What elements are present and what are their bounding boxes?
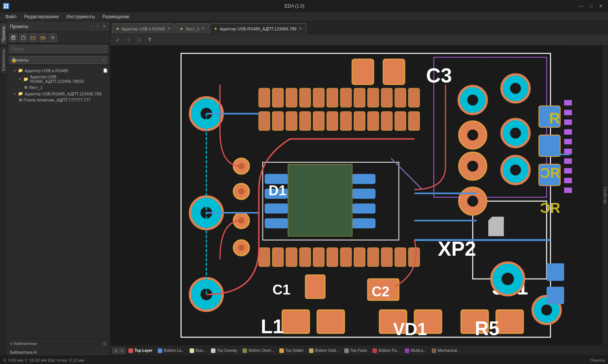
menu-edit[interactable]: Редактирование <box>21 13 63 20</box>
svg-rect-68 <box>300 248 311 266</box>
svg-rect-74 <box>382 248 393 266</box>
layer-color-topoverlay <box>211 348 215 353</box>
project-tree: ▾ 📁 Адаптер USB в RS485 📄 ▾ 📁 Адаптер US… <box>7 66 110 338</box>
maximize-button[interactable]: □ <box>587 2 595 10</box>
menu-file[interactable]: Файл <box>2 13 21 20</box>
layer-board[interactable]: Boa... <box>187 348 208 353</box>
properties-tab[interactable]: Свойства <box>602 185 608 205</box>
menu-bar: Файл Редактирование Инструменты Размещен… <box>0 12 608 21</box>
svg-rect-104 <box>546 263 564 281</box>
sidebar-tab-components[interactable]: Компоненты <box>0 46 7 74</box>
layer-bottom[interactable]: Bottom La... <box>155 348 187 353</box>
tree-item-adapter-rs485-full[interactable]: ▾ 📁 Адаптер USB-RS485_АДПТ.123456.78933 <box>7 74 110 84</box>
layer-top-paste[interactable]: Top Paste <box>342 348 369 353</box>
toolbar-text-btn[interactable]: T <box>145 35 154 44</box>
svg-point-64 <box>238 245 244 251</box>
library-item-a[interactable]: Библиотека А <box>7 349 110 356</box>
svg-point-84 <box>467 95 478 106</box>
tree-expand-icon-2: ▾ <box>19 77 21 81</box>
projects-header: Проекты − □ ✕ <box>7 21 110 32</box>
tab-list1[interactable]: ★ Лист_1 ✕ <box>176 23 209 34</box>
tree-item-pcb[interactable]: Плата печатная_АДПТ.777777.777 <box>7 97 110 103</box>
side-tabs-left: Проекты Компоненты <box>0 21 7 356</box>
folder-icon-3: 📁 <box>18 91 23 96</box>
layer-top-overlay[interactable]: Top Overlay <box>209 348 239 353</box>
status-panels[interactable]: Панели <box>591 358 605 362</box>
layer-top-solder[interactable]: Top Solder <box>277 348 306 353</box>
svg-rect-65 <box>259 248 270 266</box>
libraries-settings-icon[interactable]: ⊕ <box>103 341 107 347</box>
svg-rect-54 <box>352 218 375 228</box>
panel-minimize-icon[interactable]: − <box>89 24 93 29</box>
tree-label-pcb: Плата печатная_АДПТ.777777.777 <box>24 98 91 102</box>
panel-restore-icon[interactable]: □ <box>95 24 100 29</box>
save-project-button[interactable] <box>9 33 17 42</box>
svg-rect-37 <box>286 112 297 130</box>
menu-place[interactable]: Размещение <box>99 13 133 20</box>
toolbar-circle-btn[interactable]: ○ <box>124 35 133 44</box>
svg-rect-122 <box>564 168 572 173</box>
new-folder-button[interactable] <box>29 33 37 42</box>
tree-item-adapter-usb[interactable]: ▾ 📁 Адаптер USB в RS485 📄 <box>7 67 110 74</box>
close-button[interactable]: ✕ <box>597 2 605 10</box>
layer-color-mechanical <box>432 348 436 353</box>
toolbar-rect-btn[interactable]: □ <box>135 35 144 44</box>
title-bar: EDA (1.0) — □ ✕ <box>0 0 608 12</box>
layer-scroll-right[interactable]: ► <box>119 348 125 354</box>
svg-rect-132 <box>496 310 523 333</box>
pcb-viewport: C3 <box>110 46 602 345</box>
panel-close-icon[interactable]: ✕ <box>102 24 107 29</box>
tab-close-3[interactable]: ✕ <box>299 26 302 31</box>
tree-item-list1[interactable]: Лист_1 <box>7 84 110 90</box>
tree-item-adapter2[interactable]: ▾ 📁 Адаптер USB-RS485_АДПТ.123456.789 <box>7 90 110 97</box>
app-icon <box>3 3 9 9</box>
settings-button[interactable]: ⚙ <box>49 33 57 42</box>
layer-bottom-paste[interactable]: Bottom Pa... <box>370 348 402 353</box>
svg-rect-73 <box>368 248 379 266</box>
layer-top[interactable]: Top Layer <box>126 348 155 353</box>
tab-close-2[interactable]: ✕ <box>201 26 205 31</box>
svg-rect-53 <box>352 203 375 214</box>
svg-text:ЯС: ЯС <box>540 165 560 181</box>
svg-rect-23 <box>259 89 270 107</box>
sidebar-tab-projects[interactable]: Проекты <box>0 23 7 45</box>
tree-label-adapter2: Адаптер USB-RS485_АДПТ.123456.789 <box>25 92 101 96</box>
folder-dropdown[interactable]: Проекты <box>9 56 108 64</box>
menu-tools[interactable]: Инструменты <box>63 13 99 20</box>
layer-name-multi: MultiLa... <box>411 348 426 353</box>
open-folder-button[interactable] <box>39 33 47 42</box>
tab-adapter-usb[interactable]: ★ Адаптер USB в RS485 ✕ <box>112 23 175 34</box>
svg-rect-43 <box>368 112 379 130</box>
layer-scroll-left[interactable]: ◄ <box>112 348 119 354</box>
layer-multi[interactable]: MultiLa... <box>402 348 429 353</box>
header-icons: − □ ✕ <box>89 24 107 29</box>
search-input[interactable] <box>9 45 108 53</box>
svg-rect-119 <box>564 139 572 144</box>
layer-color-bottomoverlay <box>242 348 247 353</box>
svg-rect-72 <box>354 248 365 266</box>
layer-color-bottomsolder <box>309 348 314 353</box>
layer-bottom-overlay[interactable]: Bottom Overl... <box>240 348 276 353</box>
scroll-right[interactable]: Свойства <box>602 46 608 345</box>
svg-rect-124 <box>564 188 572 193</box>
layer-bottom-solder[interactable]: Bottom Sold... <box>307 348 341 353</box>
layer-mechanical[interactable]: Mechanical... <box>429 348 462 353</box>
svg-rect-29 <box>340 89 352 107</box>
svg-rect-36 <box>272 112 283 130</box>
pcb-canvas[interactable]: C3 <box>110 46 602 345</box>
svg-point-90 <box>467 196 478 207</box>
svg-rect-69 <box>313 248 324 266</box>
tab-adapter-rs485[interactable]: ★ Адаптер USB-RS485_АДПТ.123456.789 ✕ <box>210 23 306 34</box>
svg-rect-34 <box>408 89 420 107</box>
layer-color-toppaste <box>344 348 349 353</box>
tab-close-1[interactable]: ✕ <box>167 26 171 31</box>
tree-expand-icon: ▾ <box>14 69 16 73</box>
svg-rect-49 <box>265 203 288 214</box>
toolbar-check-btn[interactable]: ✓ <box>113 35 122 44</box>
new-file-button[interactable] <box>19 33 27 42</box>
svg-text:C1: C1 <box>272 282 290 298</box>
minimize-button[interactable]: — <box>577 2 585 10</box>
svg-point-98 <box>502 273 514 285</box>
svg-rect-2 <box>4 6 6 8</box>
layer-name-bottompaste: Bottom Pa... <box>378 348 399 353</box>
